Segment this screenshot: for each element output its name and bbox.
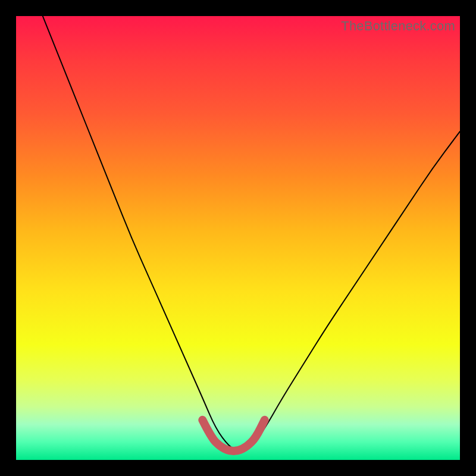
chart-overlay	[16, 16, 460, 460]
chart-frame: TheBottleneck.com	[0, 0, 476, 476]
optimal-zone-marker	[202, 420, 264, 451]
bottleneck-curve	[43, 16, 460, 450]
chart-plot-area: TheBottleneck.com	[16, 16, 460, 460]
